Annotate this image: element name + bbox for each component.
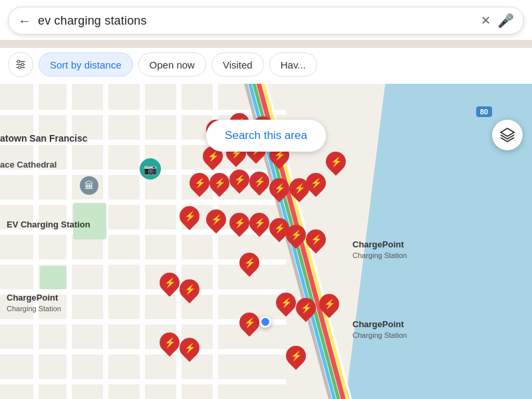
ev-marker-16[interactable]: ⚡: [180, 206, 200, 230]
chip-sort-distance[interactable]: Sort by distance: [39, 53, 133, 76]
ev-marker-26[interactable]: ⚡: [276, 293, 296, 317]
map-label-chargepoint2b: Charging Station: [352, 251, 407, 259]
ev-marker-10[interactable]: ⚡: [209, 173, 229, 197]
photo-pin[interactable]: 📷: [140, 158, 161, 180]
map-label-cathedral: ace Cathedral: [0, 160, 57, 170]
ev-marker-15[interactable]: ⚡: [306, 173, 326, 197]
map-label-chargepoint1b: Charging Station: [7, 305, 61, 313]
street-v2: [66, 80, 72, 399]
map-label-chargepoint3b: Charging Station: [352, 331, 407, 339]
ev-marker-19[interactable]: ⚡: [249, 213, 269, 237]
search-bar-container: ← ev charging stations ✕ 🎤: [0, 0, 532, 40]
mic-button[interactable]: 🎤: [497, 13, 514, 29]
map-label-chargepoint3: ChargePoint: [352, 319, 404, 329]
chip-open-now[interactable]: Open now: [138, 53, 206, 76]
ev-marker-17[interactable]: ⚡: [206, 209, 226, 233]
ev-marker-9[interactable]: ⚡: [190, 173, 209, 197]
filter-icon-button[interactable]: [8, 52, 33, 77]
svg-point-4: [21, 63, 24, 66]
map-label-chargepoint1: ChargePoint: [7, 293, 58, 303]
back-button[interactable]: ←: [18, 14, 31, 27]
memorial-pin: 🏛: [80, 176, 98, 195]
ev-marker-32[interactable]: ⚡: [286, 346, 306, 370]
ev-marker-31[interactable]: ⚡: [180, 338, 200, 362]
svg-point-5: [19, 66, 21, 69]
user-location-dot: [259, 316, 271, 328]
map-label-chinatown: atown San Francisc: [0, 133, 87, 144]
ev-marker-29[interactable]: ⚡: [239, 313, 259, 336]
street-v3: [103, 80, 108, 399]
chip-have[interactable]: Hav...: [269, 53, 317, 76]
svg-point-3: [17, 61, 20, 63]
ev-marker-8[interactable]: ⚡: [326, 152, 346, 176]
ev-marker-12[interactable]: ⚡: [249, 172, 269, 196]
search-query: ev charging stations: [38, 14, 474, 28]
street-v1: [33, 80, 39, 399]
search-area-button[interactable]: Search this area: [206, 120, 326, 152]
ev-marker-23[interactable]: ⚡: [239, 253, 259, 277]
street-v4: [140, 80, 145, 399]
ev-marker-30[interactable]: ⚡: [160, 332, 180, 356]
ev-marker-24[interactable]: ⚡: [160, 273, 180, 297]
ev-marker-25[interactable]: ⚡: [180, 279, 200, 303]
map-area[interactable]: Search this area 80 📷 🏛 ⚡ ⚡: [0, 80, 532, 399]
route-80-badge: 80: [476, 106, 492, 117]
ev-marker-18[interactable]: ⚡: [229, 213, 249, 237]
search-bar: ← ev charging stations ✕ 🎤: [8, 7, 524, 35]
filter-row: Sort by distance Open now Visited Hav...: [0, 48, 532, 84]
ev-marker-27[interactable]: ⚡: [296, 298, 316, 322]
svg-marker-6: [501, 128, 514, 136]
map-label-ev-station: EV Charging Station: [7, 219, 90, 229]
layers-button[interactable]: [492, 120, 523, 150]
ev-marker-22[interactable]: ⚡: [306, 229, 326, 253]
ev-marker-11[interactable]: ⚡: [229, 170, 249, 194]
ev-marker-21[interactable]: ⚡: [286, 225, 306, 249]
clear-button[interactable]: ✕: [481, 13, 491, 28]
chip-visited[interactable]: Visited: [211, 53, 264, 76]
map-background: Search this area 80 📷 🏛 ⚡ ⚡: [0, 80, 532, 399]
park2: [40, 266, 66, 289]
ev-marker-13[interactable]: ⚡: [269, 178, 289, 202]
ev-marker-28[interactable]: ⚡: [319, 294, 339, 318]
map-label-chargepoint2: ChargePoint: [352, 239, 404, 249]
